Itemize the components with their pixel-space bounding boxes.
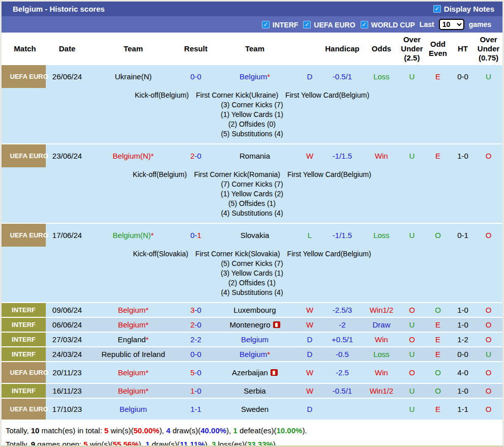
summary-segment: 33.33% [247, 440, 273, 447]
games-count-select[interactable]: 10 [439, 19, 464, 30]
ht-cell: 4-0 [451, 362, 475, 383]
competition-badge: INTERF [2, 333, 46, 346]
away-score: 0 [197, 152, 201, 160]
summary-segment: 50.00% [134, 426, 160, 435]
notes-first-item: First Yellow Card(Belgium) [285, 91, 369, 99]
result-letter: W [299, 362, 321, 383]
last-label: Last [420, 20, 434, 28]
notes-stat-line: (7) Corner Kicks (7) [2, 180, 502, 189]
ht-cell: 1-0 [451, 318, 475, 332]
away-score: 0 [197, 320, 201, 329]
notes-stat-line: (3) Corner Kicks (7) [2, 100, 502, 110]
ht-cell: 1-0 [451, 144, 475, 167]
match-group: INTERF27/03/24England*2-2BelgiumD+0.5/1W… [2, 333, 502, 346]
star-marker: * [267, 350, 270, 359]
notes-stat-line: (4) Substitutions (4) [2, 288, 502, 297]
competition-badge: UEFA EURO [2, 65, 46, 88]
summary-segment: 11.11% [180, 440, 204, 447]
match-cell: UEFA EURO [2, 144, 48, 167]
away-team: Romania [211, 144, 299, 167]
result-letter: W [299, 384, 321, 398]
column-header: Match [2, 44, 48, 53]
summary-line: Totally, 9 games open: 5 win(s)(55.56%),… [6, 437, 498, 447]
odds-cell: Win [364, 333, 399, 346]
red-card-icon [273, 321, 280, 328]
checkbox-icon[interactable]: ✓ [361, 21, 368, 28]
star-marker: * [145, 320, 149, 329]
match-cell: UEFA EURO [2, 65, 48, 88]
home-team-name: Ukraine(N) [115, 72, 152, 81]
home-team: Belgium* [86, 362, 181, 383]
match-row: UEFA EURO20/11/23Belgium*5-0AzerbaijanW-… [2, 362, 502, 383]
over-under-25-cell: U [399, 144, 425, 167]
summary-footer: Totally, 10 match(es) in total: 5 win(s)… [2, 421, 502, 447]
notes-firsts: Kick-off(Belgium)First Corner Kick(Ukrai… [2, 91, 502, 100]
home-team: Belgium* [86, 384, 181, 398]
home-team: Belgium* [86, 318, 181, 332]
summary-segment: win(s)( [88, 440, 113, 447]
home-team: Republic of Ireland [86, 347, 181, 361]
match-row: INTERF06/06/24Belgium*2-0MontenegroW-2Dr… [2, 318, 502, 332]
odds-cell: Loss [364, 65, 399, 88]
notes-first-item: First Corner Kick(Romania) [194, 170, 280, 178]
summary-segment: ). [302, 426, 307, 435]
odds-cell: Win1/2 [364, 384, 399, 398]
checkbox-icon[interactable]: ✓ [262, 21, 270, 28]
summary-segment: Totally, [6, 440, 31, 447]
match-notes: Kick-off(Belgium)First Corner Kick(Roman… [2, 167, 502, 223]
summary-segment: win(s)( [108, 426, 133, 435]
date-cell: 17/10/23 [48, 399, 86, 420]
over-under-075-cell: U [475, 347, 502, 361]
page-title: Belgium - Historic scores [13, 5, 105, 13]
handicap-cell: +0.5/1 [321, 333, 364, 346]
competition-badge-label: UEFA EURO [10, 152, 38, 160]
notes-stat-line: (5) Offsides (1) [2, 199, 502, 208]
competition-badge-label: UEFA EURO [10, 73, 38, 80]
away-score: 0 [197, 72, 201, 81]
competition-badge-label: INTERF [10, 387, 38, 395]
summary-segment: ), [226, 426, 233, 435]
result-cell: 3-0 [181, 303, 211, 317]
summary-segment: match(es) in total: [39, 426, 104, 435]
display-notes-checkbox-icon[interactable]: ✓ [433, 5, 441, 13]
match-group: INTERF24/03/24Republic of Ireland0-0Belg… [2, 347, 502, 361]
summary-segment: ), [159, 426, 166, 435]
filter-uefa-euro[interactable]: ✓UEFA EURO [303, 21, 355, 29]
summary-line: Totally, 10 match(es) in total: 5 win(s)… [6, 424, 498, 437]
date-cell: 06/06/24 [48, 318, 86, 332]
odd-even-cell: E [425, 399, 451, 420]
result-letter: D [299, 347, 321, 361]
filter-interf[interactable]: ✓INTERF [262, 21, 299, 29]
summary-segment: draw(s)( [150, 440, 180, 447]
away-team-name: Belgium [240, 72, 267, 81]
notes-firsts: Kick-off(Slovakia)First Corner Kick(Slov… [2, 249, 502, 259]
date-cell: 20/11/23 [48, 362, 86, 383]
filter-world-cup[interactable]: ✓WORLD CUP [361, 21, 415, 29]
home-score: 5 [190, 368, 194, 377]
notes-stat-line: (5) Corner Kicks (7) [2, 259, 502, 269]
ht-cell: 1-0 [451, 303, 475, 317]
notes-stat-line: (4) Substitutions (4) [2, 208, 502, 218]
competition-badge: INTERF [2, 384, 46, 398]
odds-cell [364, 399, 399, 420]
away-team: Luxembourg [211, 303, 299, 317]
odd-even-cell: E [425, 318, 451, 332]
over-under-25-cell: U [399, 224, 425, 247]
result-letter: W [299, 144, 321, 167]
home-team: Belgium(N)* [86, 144, 181, 167]
checkbox-icon[interactable]: ✓ [303, 21, 311, 28]
away-score: 1 [197, 405, 201, 413]
competition-badge: UEFA EURO [2, 144, 46, 167]
match-group: UEFA EURO17/10/23Belgium1-1SwedenDUE1-1O [2, 399, 502, 420]
display-notes-toggle[interactable]: ✓ Display Notes [433, 5, 494, 13]
away-team-name: Serbia [244, 386, 265, 395]
away-team-name: Belgium [241, 335, 269, 344]
summary-segment: 5 [83, 440, 87, 447]
over-under-25-cell: U [399, 318, 425, 332]
away-team: Montenegro [211, 318, 299, 332]
handicap-cell: -2 [321, 318, 364, 332]
home-score: 0 [190, 350, 194, 359]
competition-badge-label: INTERF [10, 336, 38, 343]
match-row: UEFA EURO26/06/24Ukraine(N)0-0Belgium*D-… [2, 65, 502, 88]
home-team: England* [86, 333, 181, 346]
